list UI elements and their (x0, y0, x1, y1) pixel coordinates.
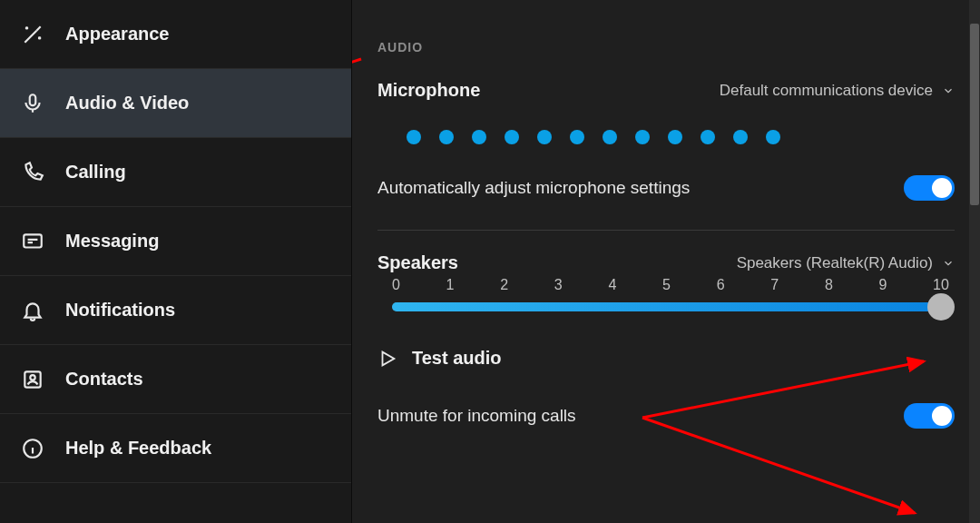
annotation-arrow (633, 354, 960, 523)
level-dot (701, 130, 715, 144)
slider-thumb[interactable] (927, 293, 955, 321)
microphone-device-dropdown[interactable]: Default communications device (720, 82, 955, 100)
auto-adjust-toggle[interactable] (904, 175, 955, 201)
level-dot (635, 130, 650, 144)
chevron-down-icon (942, 84, 955, 97)
divider (377, 230, 955, 231)
volume-tick: 8 (825, 277, 833, 293)
auto-adjust-row: Automatically adjust microphone settings (377, 172, 955, 222)
microphone-device-value: Default communications device (720, 82, 933, 100)
sidebar-item-label: Appearance (65, 24, 170, 44)
sidebar-item-appearance[interactable]: Appearance (0, 0, 351, 69)
sidebar-item-help-feedback[interactable]: Help & Feedback (0, 414, 351, 483)
slider-fill (392, 302, 933, 311)
auto-adjust-label: Automatically adjust microphone settings (377, 178, 690, 198)
level-dot (733, 130, 748, 144)
info-icon (20, 436, 45, 461)
test-audio-button[interactable]: Test audio (377, 348, 955, 369)
sidebar-item-calling[interactable]: Calling (0, 138, 351, 207)
level-dot (407, 130, 421, 144)
speaker-volume-slider-wrap: 012345678910 (377, 277, 955, 311)
svg-rect-1 (24, 234, 42, 247)
microphone-row: Microphone Default communications device (377, 80, 955, 101)
volume-tick: 6 (717, 277, 725, 293)
sidebar-item-label: Help & Feedback (65, 438, 211, 459)
section-title-audio: AUDIO (377, 40, 955, 54)
volume-tick-labels: 012345678910 (392, 277, 949, 293)
level-dot (603, 130, 617, 144)
level-dot (439, 130, 454, 144)
volume-tick: 0 (392, 277, 400, 293)
svg-line-5 (352, 59, 361, 118)
volume-tick: 3 (554, 277, 563, 293)
sidebar-item-audio-video[interactable]: Audio & Video (0, 69, 351, 138)
svg-line-7 (642, 418, 915, 513)
sidebar-item-notifications[interactable]: Notifications (0, 276, 351, 345)
sidebar-item-contacts[interactable]: Contacts (0, 345, 351, 414)
unmute-toggle[interactable] (904, 403, 955, 429)
svg-rect-0 (30, 94, 36, 105)
volume-tick: 10 (933, 277, 949, 293)
sidebar-item-label: Messaging (65, 231, 159, 252)
microphone-label: Microphone (377, 80, 480, 101)
volume-tick: 2 (500, 277, 508, 293)
sidebar-item-messaging[interactable]: Messaging (0, 207, 351, 276)
annotation-arrow (352, 50, 370, 132)
volume-tick: 7 (770, 277, 779, 293)
volume-tick: 1 (446, 277, 455, 293)
microphone-level-meter (407, 130, 955, 144)
play-icon (377, 349, 397, 369)
unmute-row: Unmute for incoming calls (377, 400, 955, 429)
scrollbar[interactable] (969, 0, 980, 523)
sidebar-item-label: Audio & Video (65, 93, 189, 113)
wand-icon (20, 22, 45, 47)
level-dot (668, 130, 682, 144)
sidebar-item-label: Notifications (65, 300, 175, 321)
speakers-device-value: Speakers (Realtek(R) Audio) (737, 254, 933, 272)
sidebar-item-label: Contacts (65, 369, 143, 390)
level-dot (472, 130, 486, 144)
chat-icon (20, 229, 45, 254)
contacts-icon (20, 367, 45, 392)
microphone-icon (20, 91, 45, 116)
speakers-label: Speakers (377, 252, 458, 273)
level-dot (537, 130, 552, 144)
chevron-down-icon (942, 257, 955, 270)
speaker-volume-slider[interactable] (392, 302, 949, 311)
scrollbar-thumb[interactable] (970, 24, 979, 205)
settings-sidebar: Appearance Audio & Video Calling Messagi… (0, 0, 352, 523)
speakers-device-dropdown[interactable]: Speakers (Realtek(R) Audio) (737, 254, 955, 272)
volume-tick: 4 (608, 277, 616, 293)
svg-point-3 (30, 375, 34, 380)
bell-icon (20, 298, 45, 323)
volume-tick: 5 (662, 277, 671, 293)
volume-tick: 9 (878, 277, 887, 293)
settings-main-panel: AUDIO Microphone Default communications … (352, 0, 980, 523)
sidebar-item-label: Calling (65, 162, 126, 183)
unmute-label: Unmute for incoming calls (377, 406, 576, 426)
speakers-row: Speakers Speakers (Realtek(R) Audio) (377, 252, 955, 273)
phone-icon (20, 160, 45, 185)
level-dot (505, 130, 519, 144)
test-audio-label: Test audio (412, 348, 502, 369)
level-dot (766, 130, 780, 144)
level-dot (570, 130, 584, 144)
